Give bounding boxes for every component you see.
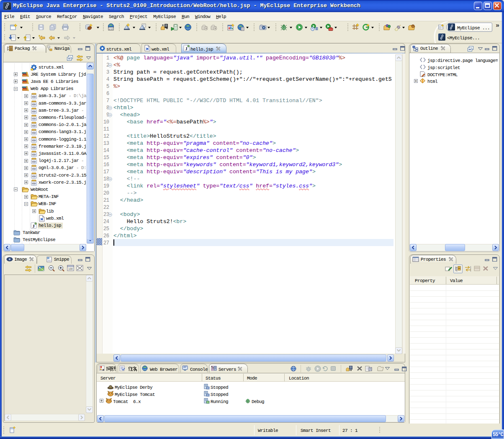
svg-text:010: 010 [32, 168, 36, 170]
svg-text:010: 010 [32, 103, 36, 105]
svg-text:010: 010 [32, 125, 36, 127]
svg-text:010: 010 [32, 161, 36, 163]
svg-text:010: 010 [32, 175, 36, 177]
svg-text:010: 010 [32, 154, 36, 156]
svg-text:010: 010 [32, 146, 36, 149]
svg-text:010: 010 [32, 110, 36, 113]
svg-text:100: 100 [68, 267, 73, 270]
svg-text:010: 010 [32, 118, 36, 120]
svg-text:010: 010 [32, 96, 36, 98]
svg-text:2.0: 2.0 [109, 28, 113, 30]
svg-text:J: J [185, 46, 188, 51]
svg-text:010: 010 [32, 132, 36, 134]
svg-text:010: 010 [32, 139, 36, 141]
svg-text:J: J [32, 223, 35, 228]
svg-text:010: 010 [32, 182, 36, 185]
